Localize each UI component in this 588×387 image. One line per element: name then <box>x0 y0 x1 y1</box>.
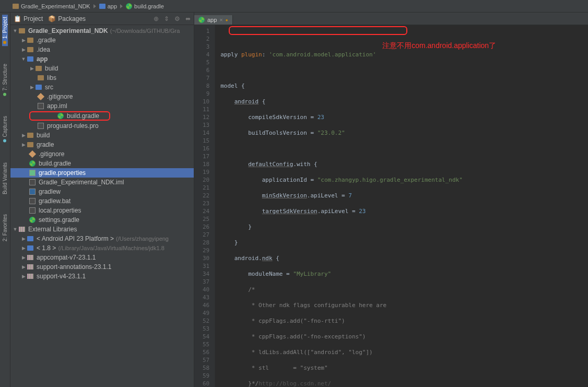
code-area[interactable]: 注意不用com.android.application了 apply plugi… <box>215 25 588 387</box>
dot-icon <box>4 41 7 44</box>
tree-external-libs[interactable]: External Libraries <box>10 225 194 234</box>
gutter: 1234567891011121314151617181920212223242… <box>194 25 215 387</box>
tree-item[interactable]: build <box>10 131 194 140</box>
sidebar-header: 📋 Project 📦 Packages ⊕ ⇕ ⚙ ⬌ <box>10 13 194 25</box>
editor-tabs: app × ● <box>194 13 588 25</box>
hide-icon[interactable]: ⬌ <box>185 15 191 22</box>
editor-tab-label: app <box>207 17 217 23</box>
gradle-icon <box>198 17 205 23</box>
tool-tab-label: Captures <box>2 116 8 137</box>
tool-strip-left: 1: Project 7: Structure Captures Build V… <box>0 13 10 387</box>
editor-body[interactable]: 1234567891011121314151617181920212223242… <box>194 25 588 387</box>
module-icon <box>99 4 105 9</box>
tree-item-app[interactable]: app <box>10 54 194 64</box>
tree-item-build-gradle[interactable]: build.gradle <box>29 111 110 121</box>
tree-item[interactable]: libs <box>10 73 194 83</box>
tree-root[interactable]: Gradle_Experimental_NDK(~/Downloads/GITH… <box>10 26 194 36</box>
tree-item[interactable]: < Android API 23 Platform >(/Users/zhang… <box>10 234 194 243</box>
breadcrumb: Gradle_Experimental_NDK app build.gradle <box>0 0 588 13</box>
tool-tab-label: 7: Structure <box>2 64 8 91</box>
dot-icon <box>4 93 7 96</box>
tree-item[interactable]: build <box>10 64 194 73</box>
tab-label: Project <box>23 15 43 22</box>
tool-tab-label: 1: Project <box>2 17 8 39</box>
tool-tab-label: Build Variants <box>2 162 8 194</box>
tree-item[interactable]: gradlew.bat <box>10 196 194 206</box>
tree-item[interactable]: src <box>10 83 194 92</box>
dot-icon <box>4 139 7 143</box>
breadcrumb-label: Gradle_Experimental_NDK <box>21 3 90 9</box>
breadcrumb-label: app <box>108 3 117 9</box>
tree-item[interactable]: settings.gradle <box>10 215 194 225</box>
project-sidebar: 📋 Project 📦 Packages ⊕ ⇕ ⚙ ⬌ Gradle_Expe… <box>10 13 194 387</box>
editor-pane: app × ● 12345678910111213141516171819202… <box>194 13 588 387</box>
tree-item[interactable]: proguard-rules.pro <box>10 121 194 131</box>
tool-tab-project[interactable]: 1: Project <box>2 15 8 46</box>
tree-item[interactable]: appcompat-v7-23.1.1 <box>10 253 194 262</box>
tree-item[interactable]: .gitignore <box>10 149 194 159</box>
breadcrumb-item-root[interactable]: Gradle_Experimental_NDK <box>13 3 90 9</box>
collapse-icon[interactable]: ⇕ <box>164 15 169 22</box>
annotation-box <box>229 26 407 35</box>
tree-item[interactable]: < 1.8 >(/Library/Java/JavaVirtualMachine… <box>10 243 194 253</box>
folder-icon <box>13 4 19 9</box>
tab-label: Packages <box>58 15 86 22</box>
tool-tab-captures[interactable]: Captures <box>2 114 8 145</box>
tree-item[interactable]: gradle <box>10 140 194 149</box>
close-icon[interactable]: × <box>219 17 222 23</box>
tree-item[interactable]: Gradle_Experimental_NDK.iml <box>10 178 194 187</box>
gradle-icon <box>126 3 132 9</box>
breadcrumb-item-file[interactable]: build.gradle <box>126 3 164 9</box>
tree-item[interactable]: local.properties <box>10 206 194 215</box>
target-icon[interactable]: ⊕ <box>154 15 159 22</box>
chevron-right-icon <box>120 4 123 8</box>
tree-item[interactable]: build.gradle <box>10 159 194 168</box>
annotation-text: 注意不用com.android.application了 <box>382 42 496 50</box>
tree-item[interactable]: support-v4-23.1.1 <box>10 272 194 281</box>
tree-item[interactable]: .gitignore <box>10 92 194 101</box>
gear-icon[interactable]: ⚙ <box>174 15 180 22</box>
project-tree[interactable]: Gradle_Experimental_NDK(~/Downloads/GITH… <box>10 25 194 387</box>
tool-tab-build-variants[interactable]: Build Variants <box>2 160 8 196</box>
tool-tab-structure[interactable]: 7: Structure <box>2 62 8 98</box>
sidebar-tab-project[interactable]: 📋 Project <box>14 15 43 22</box>
tree-item[interactable]: support-annotations-23.1.1 <box>10 262 194 272</box>
breadcrumb-label: build.gradle <box>134 3 164 9</box>
tree-item-gradle-properties[interactable]: gradle.properties <box>10 168 194 178</box>
tree-item[interactable]: app.iml <box>10 101 194 111</box>
tree-item[interactable]: .idea <box>10 45 194 54</box>
sidebar-tab-packages[interactable]: 📦 Packages <box>48 15 86 22</box>
tree-item[interactable]: gradlew <box>10 187 194 196</box>
tree-item[interactable]: .gradle <box>10 36 194 45</box>
editor-tab-app[interactable]: app × ● <box>194 15 233 25</box>
chevron-right-icon <box>93 4 96 8</box>
tool-tab-label: 2: Favorites <box>2 214 8 241</box>
pin-icon: ● <box>226 18 228 22</box>
tool-tab-favorites[interactable]: 2: Favorites <box>2 212 8 243</box>
breadcrumb-item-app[interactable]: app <box>99 3 117 9</box>
